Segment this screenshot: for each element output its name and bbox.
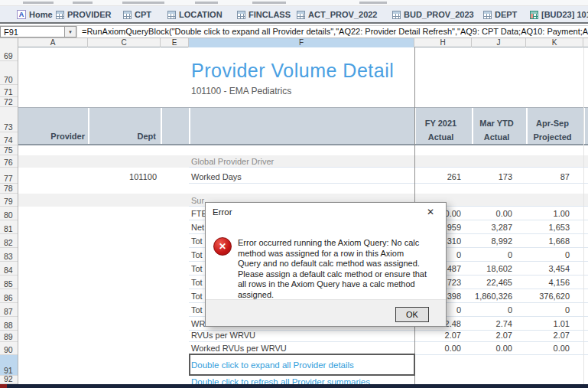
- cell-marytd-actual[interactable]: 8,992: [472, 236, 512, 246]
- row-number-69[interactable]: 69: [0, 47, 18, 61]
- row-number-74[interactable]: 74: [0, 132, 18, 145]
- row-label-cell[interactable]: Net: [191, 223, 204, 232]
- dialog-close-icon[interactable]: ✕: [423, 206, 438, 218]
- cell-marytd-actual[interactable]: 173: [472, 172, 512, 181]
- cell-aprsep-projected[interactable]: 0: [526, 305, 570, 315]
- sheet-tab-provider[interactable]: PROVIDER: [56, 8, 111, 21]
- ribbon-fragment: [122, 2, 164, 4]
- row-number-91[interactable]: 91: [0, 355, 18, 376]
- column-header-J[interactable]: J: [472, 38, 526, 47]
- row-number-92[interactable]: 92: [0, 376, 18, 384]
- cell-aprsep-projected[interactable]: 1,668: [526, 236, 570, 246]
- column-header-C[interactable]: C: [88, 38, 161, 47]
- row-label-cell[interactable]: Worked Days: [191, 172, 242, 181]
- axiom-spreadsheet-window: AHomePROVIDERCPTLOCATIONFINCLASSACT_PROV…: [0, 0, 588, 388]
- sheet-tab-dept[interactable]: DEPT: [483, 8, 517, 21]
- row-label-cell[interactable]: Tot: [191, 292, 203, 301]
- cell-aprsep-projected[interactable]: 3,454: [526, 264, 570, 273]
- cell-marytd-actual[interactable]: 0.00: [472, 344, 512, 353]
- cell-aprsep-projected[interactable]: 0.00: [526, 344, 570, 353]
- cell-marytd-actual[interactable]: 22,465: [472, 278, 512, 287]
- cell-marytd-actual[interactable]: 2.74: [472, 319, 512, 328]
- selected-cell-outline: [189, 354, 415, 376]
- row-number-87[interactable]: 87: [0, 303, 18, 317]
- row-number-77[interactable]: 77: [0, 168, 18, 184]
- cell-reference[interactable]: F91: [1, 28, 64, 37]
- cell-marytd-actual[interactable]: 0: [472, 305, 512, 315]
- column-header-K[interactable]: K: [526, 38, 583, 47]
- row-number-79[interactable]: 79: [0, 194, 18, 207]
- section-label[interactable]: Global Provider Driver: [191, 157, 274, 166]
- cell-aprsep-projected[interactable]: 0: [526, 250, 570, 259]
- row-number-90[interactable]: 90: [0, 342, 18, 355]
- sheet-tab-finclass[interactable]: FINCLASS: [237, 8, 291, 21]
- row-divider: [189, 167, 588, 168]
- right-gridline: [583, 47, 584, 384]
- row-label-cell[interactable]: Tot: [191, 305, 203, 315]
- ribbon-fragment: [195, 2, 218, 4]
- sheet-tab-bud-prov-2023[interactable]: BUD_PROV_2023: [392, 8, 474, 21]
- cell-marytd-actual[interactable]: 0.00: [472, 209, 512, 218]
- cell-marytd-actual[interactable]: 18,602: [472, 264, 512, 273]
- row-number-76[interactable]: 76: [0, 155, 18, 168]
- cell-marytd-actual[interactable]: 3,287: [472, 223, 512, 232]
- row-number-72[interactable]: 72: [0, 97, 18, 107]
- cell-aprsep-projected[interactable]: 1.00: [526, 209, 570, 218]
- cell-aprsep-projected[interactable]: 1,653: [526, 223, 570, 232]
- header-provider[interactable]: Provider: [18, 132, 85, 141]
- column-header-A[interactable]: A: [18, 38, 88, 47]
- cell-marytd-actual[interactable]: 2.07: [472, 331, 512, 340]
- name-box[interactable]: F91 ▼: [0, 26, 76, 37]
- name-box-dropdown-icon[interactable]: ▼: [64, 27, 76, 37]
- row-number-86[interactable]: 86: [0, 289, 18, 303]
- ok-button[interactable]: OK: [395, 307, 429, 322]
- row-number-75[interactable]: 75: [0, 145, 18, 155]
- row-label-cell[interactable]: Tot: [191, 250, 203, 259]
- row-label-cell[interactable]: Tot: [191, 278, 203, 287]
- row-number-85[interactable]: 85: [0, 276, 18, 289]
- double-click-action-cell[interactable]: Double click to refresh all Provider sum…: [191, 377, 370, 384]
- tab-label: Home: [29, 10, 53, 19]
- header-dept[interactable]: Dept: [88, 132, 156, 141]
- ribbon-fragment: [252, 2, 286, 4]
- row-number-71[interactable]: 71: [0, 85, 18, 97]
- row-number-70[interactable]: 70: [0, 61, 18, 85]
- cell-aprsep-projected[interactable]: 376,620: [526, 292, 570, 301]
- section-label[interactable]: Sur: [191, 196, 204, 205]
- column-header-H[interactable]: H: [414, 38, 472, 47]
- cell-dept-value[interactable]: 101100: [88, 172, 157, 181]
- row-label-cell[interactable]: Tot: [191, 236, 203, 246]
- column-header-F[interactable]: F: [189, 38, 414, 47]
- select-all-corner[interactable]: [0, 38, 18, 47]
- tab-label: PROVIDER: [67, 10, 111, 19]
- sheet-tab-act-prov-2022[interactable]: ACT_PROV_2022: [297, 8, 378, 21]
- sheet-tab--bud23-101[interactable]: [BUD23] 101: [530, 8, 588, 21]
- row-number-84[interactable]: 84: [0, 262, 18, 276]
- cell-fy2021-actual[interactable]: 261: [414, 172, 461, 181]
- cell-aprsep-projected[interactable]: 1.01: [526, 319, 570, 328]
- row-number-82[interactable]: 82: [0, 234, 18, 248]
- cell-marytd-actual[interactable]: 1,860,326: [472, 292, 512, 301]
- row-label-cell[interactable]: WR: [191, 319, 205, 328]
- cell-aprsep-projected[interactable]: 87: [526, 172, 570, 181]
- cell-fy2021-actual[interactable]: 2.07: [414, 331, 461, 340]
- row-number-81[interactable]: 81: [0, 220, 18, 234]
- sheet-tab-cpt[interactable]: CPT: [123, 8, 151, 21]
- row-label-cell[interactable]: RVUs per WRVU: [191, 331, 255, 340]
- cell-marytd-actual[interactable]: 0: [472, 250, 512, 259]
- cell-aprsep-projected[interactable]: 4,156: [526, 278, 570, 287]
- row-label-cell[interactable]: Tot: [191, 264, 203, 273]
- formula-input[interactable]: =RunAxiomQueryBlock("Double click to exp…: [76, 26, 588, 37]
- sheet-tab-location[interactable]: LOCATION: [167, 8, 223, 21]
- row-number-83[interactable]: 83: [0, 248, 18, 262]
- row-number-89[interactable]: 89: [0, 331, 18, 342]
- row-number-88[interactable]: 88: [0, 317, 18, 331]
- cell-aprsep-projected[interactable]: 2.07: [526, 331, 570, 340]
- row-number-78[interactable]: 78: [0, 184, 18, 194]
- row-number-80[interactable]: 80: [0, 207, 18, 220]
- row-label-cell[interactable]: Worked RVUs per WRVU: [191, 344, 287, 353]
- sheet-tab-home[interactable]: AHome: [17, 8, 53, 21]
- cell-fy2021-actual[interactable]: 0.00: [414, 344, 461, 353]
- row-number-73[interactable]: 73: [0, 107, 18, 132]
- column-header-E[interactable]: E: [161, 38, 189, 47]
